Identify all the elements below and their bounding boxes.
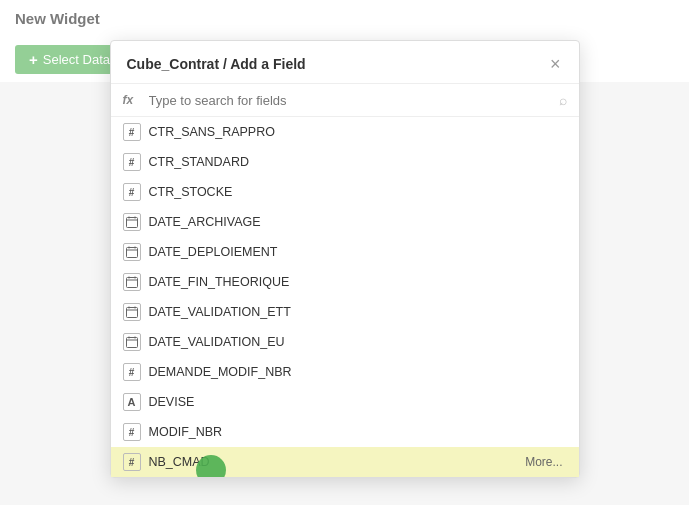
modal-close-button[interactable]: × — [548, 55, 563, 73]
field-type-icon: A — [123, 393, 141, 411]
field-type-icon: # — [123, 453, 141, 471]
field-type-icon — [123, 333, 141, 351]
field-list: #CTR_SANS_RAPPRO#CTR_STANDARD#CTR_STOCKE… — [111, 117, 579, 477]
field-list-item[interactable]: #DEMANDE_MODIF_NBR — [111, 357, 579, 387]
field-name: DATE_VALIDATION_ETT — [149, 305, 567, 319]
field-list-item[interactable]: DATE_VALIDATION_ETT — [111, 297, 579, 327]
field-list-item[interactable]: #NB_CMADMore... — [111, 447, 579, 477]
field-name: DATE_FIN_THEORIQUE — [149, 275, 567, 289]
svg-rect-0 — [126, 218, 137, 228]
field-type-icon: # — [123, 153, 141, 171]
field-type-icon — [123, 213, 141, 231]
field-list-item[interactable]: #CTR_STOCKE — [111, 177, 579, 207]
modal-header: Cube_Contrat / Add a Field × — [111, 41, 579, 84]
field-name: CTR_STANDARD — [149, 155, 567, 169]
field-name: NB_CMAD — [149, 455, 526, 469]
field-type-icon: # — [123, 183, 141, 201]
field-name: MODIF_NBR — [149, 425, 567, 439]
field-type-icon — [123, 303, 141, 321]
search-icon: ⌕ — [559, 92, 567, 108]
svg-rect-16 — [126, 338, 137, 348]
modal-search-bar: fx ⌕ — [111, 84, 579, 117]
svg-rect-4 — [126, 248, 137, 258]
field-list-item[interactable]: ADEVISE — [111, 387, 579, 417]
field-type-icon: # — [123, 123, 141, 141]
field-name: DATE_VALIDATION_EU — [149, 335, 567, 349]
field-name: CTR_STOCKE — [149, 185, 567, 199]
field-list-item[interactable]: DATE_ARCHIVAGE — [111, 207, 579, 237]
field-name: DATE_DEPLOIEMENT — [149, 245, 567, 259]
field-name: DEMANDE_MODIF_NBR — [149, 365, 567, 379]
field-list-item[interactable]: DATE_VALIDATION_EU — [111, 327, 579, 357]
field-list-item[interactable]: #CTR_STANDARD — [111, 147, 579, 177]
modal-title: Cube_Contrat / Add a Field — [127, 56, 306, 72]
field-type-icon — [123, 243, 141, 261]
svg-rect-8 — [126, 278, 137, 288]
field-type-icon: # — [123, 363, 141, 381]
svg-rect-12 — [126, 308, 137, 318]
field-list-item[interactable]: DATE_DEPLOIEMENT — [111, 237, 579, 267]
modal: Cube_Contrat / Add a Field × fx ⌕ #CTR_S… — [110, 40, 580, 478]
field-name: DATE_ARCHIVAGE — [149, 215, 567, 229]
field-list-item[interactable]: #MODIF_NBR — [111, 417, 579, 447]
more-link[interactable]: More... — [525, 455, 566, 469]
field-name: DEVISE — [149, 395, 567, 409]
field-type-icon: # — [123, 423, 141, 441]
fx-icon: fx — [123, 93, 141, 107]
modal-overlay: Cube_Contrat / Add a Field × fx ⌕ #CTR_S… — [0, 0, 689, 505]
field-type-icon — [123, 273, 141, 291]
field-list-item[interactable]: DATE_FIN_THEORIQUE — [111, 267, 579, 297]
field-list-item[interactable]: #CTR_SANS_RAPPRO — [111, 117, 579, 147]
field-name: CTR_SANS_RAPPRO — [149, 125, 567, 139]
search-input[interactable] — [149, 93, 551, 108]
